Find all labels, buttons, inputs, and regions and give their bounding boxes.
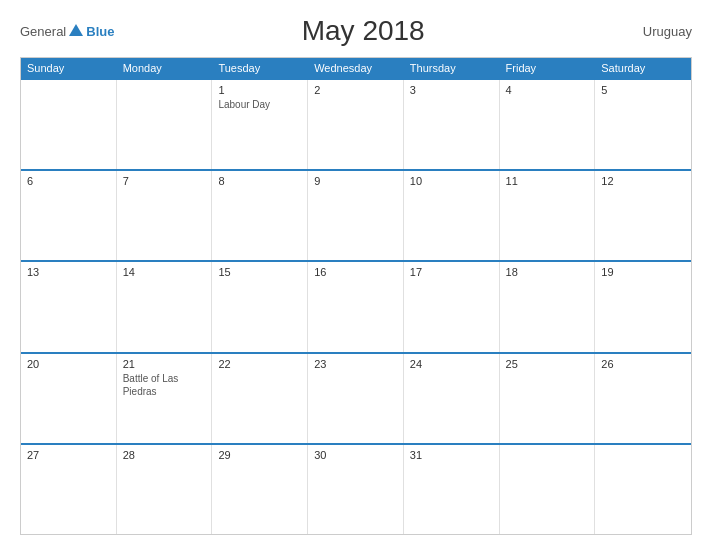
calendar-cell: 24 [404, 354, 500, 443]
day-number: 8 [218, 175, 301, 187]
day-number: 2 [314, 84, 397, 96]
day-of-week-tuesday: Tuesday [212, 58, 308, 78]
day-number: 3 [410, 84, 493, 96]
day-number: 15 [218, 266, 301, 278]
calendar-cell: 5 [595, 80, 691, 169]
calendar-cell: 1Labour Day [212, 80, 308, 169]
logo-general-text: General [20, 24, 66, 39]
day-number: 16 [314, 266, 397, 278]
day-number: 6 [27, 175, 110, 187]
day-of-week-sunday: Sunday [21, 58, 117, 78]
day-number: 10 [410, 175, 493, 187]
calendar-cell: 26 [595, 354, 691, 443]
calendar-cell [500, 445, 596, 534]
day-of-week-wednesday: Wednesday [308, 58, 404, 78]
calendar: SundayMondayTuesdayWednesdayThursdayFrid… [20, 57, 692, 535]
day-number: 25 [506, 358, 589, 370]
calendar-cell: 23 [308, 354, 404, 443]
day-number: 21 [123, 358, 206, 370]
day-number: 11 [506, 175, 589, 187]
day-number: 31 [410, 449, 493, 461]
calendar-cell: 25 [500, 354, 596, 443]
day-number: 9 [314, 175, 397, 187]
day-number: 28 [123, 449, 206, 461]
country-label: Uruguay [612, 24, 692, 39]
calendar-cell: 30 [308, 445, 404, 534]
day-number: 19 [601, 266, 685, 278]
calendar-cell: 10 [404, 171, 500, 260]
svg-marker-0 [69, 24, 83, 36]
page: General Blue May 2018 Uruguay SundayMond… [0, 0, 712, 550]
header: General Blue May 2018 Uruguay [20, 15, 692, 47]
calendar-cell: 22 [212, 354, 308, 443]
calendar-cell: 20 [21, 354, 117, 443]
day-number: 17 [410, 266, 493, 278]
calendar-week-4: 2021Battle of Las Piedras2223242526 [21, 352, 691, 443]
day-number: 24 [410, 358, 493, 370]
calendar-cell: 12 [595, 171, 691, 260]
day-number: 30 [314, 449, 397, 461]
calendar-cell: 19 [595, 262, 691, 351]
logo-icon [67, 22, 85, 40]
day-number: 27 [27, 449, 110, 461]
day-number: 22 [218, 358, 301, 370]
day-number: 29 [218, 449, 301, 461]
day-number: 13 [27, 266, 110, 278]
calendar-cell: 9 [308, 171, 404, 260]
calendar-cell: 27 [21, 445, 117, 534]
day-number: 20 [27, 358, 110, 370]
day-of-week-monday: Monday [117, 58, 213, 78]
calendar-header: SundayMondayTuesdayWednesdayThursdayFrid… [21, 58, 691, 78]
calendar-cell [21, 80, 117, 169]
calendar-week-3: 13141516171819 [21, 260, 691, 351]
logo-blue-text: Blue [86, 24, 114, 39]
day-of-week-friday: Friday [500, 58, 596, 78]
calendar-cell: 29 [212, 445, 308, 534]
calendar-body: 1Labour Day23456789101112131415161718192… [21, 78, 691, 534]
day-number: 5 [601, 84, 685, 96]
calendar-week-1: 1Labour Day2345 [21, 78, 691, 169]
calendar-cell: 21Battle of Las Piedras [117, 354, 213, 443]
calendar-cell: 31 [404, 445, 500, 534]
day-number: 12 [601, 175, 685, 187]
calendar-cell: 8 [212, 171, 308, 260]
calendar-cell: 28 [117, 445, 213, 534]
day-number: 18 [506, 266, 589, 278]
calendar-cell: 15 [212, 262, 308, 351]
calendar-cell: 11 [500, 171, 596, 260]
day-number: 1 [218, 84, 301, 96]
calendar-week-2: 6789101112 [21, 169, 691, 260]
calendar-cell: 17 [404, 262, 500, 351]
calendar-cell [595, 445, 691, 534]
day-number: 26 [601, 358, 685, 370]
calendar-cell: 18 [500, 262, 596, 351]
calendar-cell: 14 [117, 262, 213, 351]
calendar-week-5: 2728293031 [21, 443, 691, 534]
day-of-week-thursday: Thursday [404, 58, 500, 78]
logo: General Blue [20, 22, 114, 40]
calendar-cell: 6 [21, 171, 117, 260]
day-number: 4 [506, 84, 589, 96]
calendar-cell: 7 [117, 171, 213, 260]
calendar-cell: 4 [500, 80, 596, 169]
calendar-cell [117, 80, 213, 169]
day-event: Labour Day [218, 98, 301, 111]
calendar-title: May 2018 [114, 15, 612, 47]
day-event: Battle of Las Piedras [123, 372, 206, 398]
calendar-cell: 13 [21, 262, 117, 351]
day-number: 14 [123, 266, 206, 278]
calendar-cell: 16 [308, 262, 404, 351]
day-number: 23 [314, 358, 397, 370]
day-of-week-saturday: Saturday [595, 58, 691, 78]
day-number: 7 [123, 175, 206, 187]
calendar-cell: 3 [404, 80, 500, 169]
calendar-cell: 2 [308, 80, 404, 169]
